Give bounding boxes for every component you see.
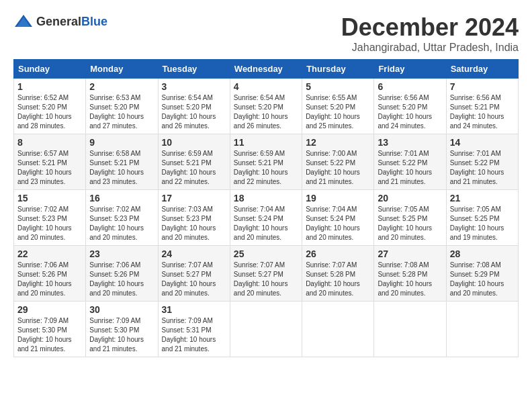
day-info: Sunrise: 6:57 AMSunset: 5:21 PMDaylight:… [17,149,82,187]
day-number: 23 [89,248,154,259]
calendar-cell [446,302,518,357]
day-info: Sunrise: 7:04 AMSunset: 5:24 PMDaylight:… [234,205,298,242]
calendar-cell: 4 Sunrise: 6:54 AMSunset: 5:20 PMDayligh… [230,79,302,134]
weekday-header-monday: Monday [86,60,158,79]
weekday-header-sunday: Sunday [14,60,86,79]
calendar-cell: 28 Sunrise: 7:08 AMSunset: 5:29 PMDaylig… [446,246,518,302]
calendar-cell [374,302,446,357]
month-title: December 2024 [341,13,519,42]
logo-general: General [36,15,81,28]
calendar-table: SundayMondayTuesdayWednesdayThursdayFrid… [13,59,519,357]
calendar-cell: 16 Sunrise: 7:02 AMSunset: 5:23 PMDaylig… [86,190,158,246]
calendar-cell: 21 Sunrise: 7:05 AMSunset: 5:25 PMDaylig… [446,190,518,246]
day-number: 26 [306,248,370,259]
day-info: Sunrise: 7:07 AMSunset: 5:27 PMDaylight:… [162,261,226,298]
day-info: Sunrise: 7:02 AMSunset: 5:23 PMDaylight:… [17,205,82,242]
day-info: Sunrise: 7:09 AMSunset: 5:30 PMDaylight:… [17,316,82,354]
page-header: GeneralBlue December 2024 Jahangirabad, … [13,13,519,54]
day-number: 2 [89,81,154,92]
calendar-cell: 10 Sunrise: 6:59 AMSunset: 5:21 PMDaylig… [158,134,230,190]
day-info: Sunrise: 6:59 AMSunset: 5:21 PMDaylight:… [234,149,298,187]
calendar-week-row: 22 Sunrise: 7:06 AMSunset: 5:26 PMDaylig… [14,246,519,302]
day-number: 12 [306,137,370,148]
day-info: Sunrise: 7:05 AMSunset: 5:25 PMDaylight:… [450,205,515,242]
calendar-cell: 23 Sunrise: 7:06 AMSunset: 5:26 PMDaylig… [86,246,158,302]
day-info: Sunrise: 7:09 AMSunset: 5:31 PMDaylight:… [162,316,226,354]
day-number: 19 [306,193,370,203]
location-title: Jahangirabad, Uttar Pradesh, India [341,42,519,54]
day-number: 11 [234,137,298,148]
day-number: 25 [234,248,298,259]
weekday-header-thursday: Thursday [302,60,374,79]
calendar-cell: 30 Sunrise: 7:09 AMSunset: 5:30 PMDaylig… [86,302,158,357]
day-info: Sunrise: 7:08 AMSunset: 5:28 PMDaylight:… [378,261,442,298]
day-number: 20 [378,193,442,203]
day-number: 7 [450,81,515,92]
day-info: Sunrise: 6:56 AMSunset: 5:20 PMDaylight:… [378,93,442,131]
day-info: Sunrise: 6:54 AMSunset: 5:20 PMDaylight:… [234,93,298,131]
calendar-week-row: 15 Sunrise: 7:02 AMSunset: 5:23 PMDaylig… [14,190,519,246]
day-number: 6 [378,81,442,92]
day-info: Sunrise: 7:07 AMSunset: 5:27 PMDaylight:… [234,261,298,298]
calendar-cell: 29 Sunrise: 7:09 AMSunset: 5:30 PMDaylig… [14,302,86,357]
calendar-cell: 11 Sunrise: 6:59 AMSunset: 5:21 PMDaylig… [230,134,302,190]
calendar-week-row: 29 Sunrise: 7:09 AMSunset: 5:30 PMDaylig… [14,302,519,357]
calendar-cell: 22 Sunrise: 7:06 AMSunset: 5:26 PMDaylig… [14,246,86,302]
calendar-cell: 6 Sunrise: 6:56 AMSunset: 5:20 PMDayligh… [374,79,446,134]
day-info: Sunrise: 7:06 AMSunset: 5:26 PMDaylight:… [89,261,154,298]
calendar-cell: 18 Sunrise: 7:04 AMSunset: 5:24 PMDaylig… [230,190,302,246]
logo: GeneralBlue [13,13,107,30]
day-number: 24 [162,248,226,259]
day-number: 4 [234,81,298,92]
weekday-header-tuesday: Tuesday [158,60,230,79]
day-info: Sunrise: 6:55 AMSunset: 5:20 PMDaylight:… [306,93,370,131]
day-number: 14 [450,137,515,148]
day-number: 18 [234,193,298,203]
day-number: 16 [89,193,154,203]
day-number: 27 [378,248,442,259]
day-number: 28 [450,248,515,259]
logo-blue: Blue [81,15,107,28]
calendar-cell: 14 Sunrise: 7:01 AMSunset: 5:22 PMDaylig… [446,134,518,190]
calendar-cell: 17 Sunrise: 7:03 AMSunset: 5:23 PMDaylig… [158,190,230,246]
day-info: Sunrise: 7:05 AMSunset: 5:25 PMDaylight:… [378,205,442,242]
calendar-cell: 27 Sunrise: 7:08 AMSunset: 5:28 PMDaylig… [374,246,446,302]
logo-icon [13,13,34,30]
calendar-cell: 12 Sunrise: 7:00 AMSunset: 5:22 PMDaylig… [302,134,374,190]
day-info: Sunrise: 6:58 AMSunset: 5:21 PMDaylight:… [89,149,154,187]
day-info: Sunrise: 6:59 AMSunset: 5:21 PMDaylight:… [162,149,226,187]
day-number: 1 [17,81,82,92]
day-number: 5 [306,81,370,92]
day-info: Sunrise: 7:09 AMSunset: 5:30 PMDaylight:… [89,316,154,354]
title-area: December 2024 Jahangirabad, Uttar Prades… [341,13,519,54]
day-number: 8 [17,137,82,148]
calendar-cell: 9 Sunrise: 6:58 AMSunset: 5:21 PMDayligh… [86,134,158,190]
calendar-cell: 24 Sunrise: 7:07 AMSunset: 5:27 PMDaylig… [158,246,230,302]
calendar-cell: 3 Sunrise: 6:54 AMSunset: 5:20 PMDayligh… [158,79,230,134]
day-number: 10 [162,137,226,148]
day-number: 13 [378,137,442,148]
calendar-week-row: 8 Sunrise: 6:57 AMSunset: 5:21 PMDayligh… [14,134,519,190]
calendar-cell [302,302,374,357]
day-info: Sunrise: 7:01 AMSunset: 5:22 PMDaylight:… [450,149,515,187]
calendar-cell: 8 Sunrise: 6:57 AMSunset: 5:21 PMDayligh… [14,134,86,190]
day-info: Sunrise: 6:56 AMSunset: 5:21 PMDaylight:… [450,93,515,131]
calendar-cell: 26 Sunrise: 7:07 AMSunset: 5:28 PMDaylig… [302,246,374,302]
day-info: Sunrise: 7:02 AMSunset: 5:23 PMDaylight:… [89,205,154,242]
calendar-cell: 31 Sunrise: 7:09 AMSunset: 5:31 PMDaylig… [158,302,230,357]
calendar-cell: 5 Sunrise: 6:55 AMSunset: 5:20 PMDayligh… [302,79,374,134]
day-info: Sunrise: 7:08 AMSunset: 5:29 PMDaylight:… [450,261,515,298]
day-number: 22 [17,248,82,259]
calendar-cell: 20 Sunrise: 7:05 AMSunset: 5:25 PMDaylig… [374,190,446,246]
weekday-header-row: SundayMondayTuesdayWednesdayThursdayFrid… [14,60,519,79]
calendar-cell: 19 Sunrise: 7:04 AMSunset: 5:24 PMDaylig… [302,190,374,246]
day-info: Sunrise: 6:53 AMSunset: 5:20 PMDaylight:… [89,93,154,131]
day-info: Sunrise: 7:04 AMSunset: 5:24 PMDaylight:… [306,205,370,242]
weekday-header-wednesday: Wednesday [230,60,302,79]
calendar-cell: 15 Sunrise: 7:02 AMSunset: 5:23 PMDaylig… [14,190,86,246]
calendar-cell: 13 Sunrise: 7:01 AMSunset: 5:22 PMDaylig… [374,134,446,190]
day-info: Sunrise: 7:00 AMSunset: 5:22 PMDaylight:… [306,149,370,187]
day-info: Sunrise: 7:01 AMSunset: 5:22 PMDaylight:… [378,149,442,187]
day-number: 17 [162,193,226,203]
day-info: Sunrise: 6:52 AMSunset: 5:20 PMDaylight:… [17,93,82,131]
